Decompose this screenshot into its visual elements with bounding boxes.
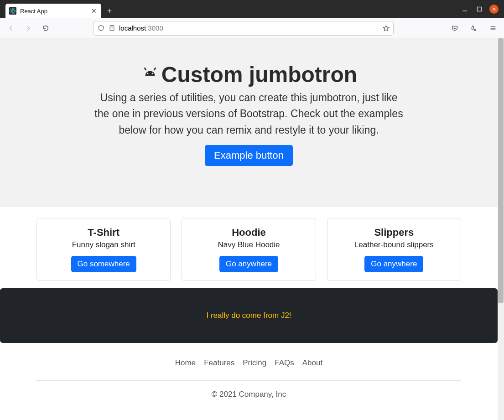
window-close-button[interactable]: ✕: [488, 3, 500, 16]
card-slippers: Slippers Leather-bound slippers Go anywh…: [327, 218, 461, 281]
pocket-icon[interactable]: [448, 22, 461, 35]
tab-title: React App: [20, 8, 87, 15]
card-title: Hoodie: [187, 227, 311, 239]
android-icon: [140, 63, 160, 87]
card-tshirt: T-Shirt Funny slogan shirt Go somewhere: [36, 218, 171, 281]
card-desc: Funny slogan shirt: [42, 240, 166, 249]
footprint-icon[interactable]: [468, 22, 480, 35]
card-title: T-Shirt: [42, 227, 166, 239]
url-text: localhost:3000: [119, 24, 379, 32]
browser-toolbar: localhost:3000: [0, 18, 504, 38]
svg-point-1: [12, 10, 14, 12]
jumbotron-lead: Using a series of utilities, you can cre…: [94, 90, 404, 139]
jumbotron-title: Custom jumbotron: [0, 63, 498, 87]
footer-link-pricing[interactable]: Pricing: [243, 358, 266, 368]
footer-link-faqs[interactable]: FAQs: [275, 358, 294, 368]
card-hoodie: Hoodie Navy Blue Hoodie Go anywhere: [182, 218, 316, 281]
jumbotron-title-text: Custom jumbotron: [161, 63, 357, 87]
card-button[interactable]: Go somewhere: [71, 256, 136, 272]
footer-link-about[interactable]: About: [302, 358, 322, 368]
page-viewport: Custom jumbotron Using a series of utili…: [0, 38, 498, 420]
bookmark-star-icon[interactable]: [382, 25, 390, 32]
svg-rect-6: [478, 7, 482, 11]
dark-banner: I really do come from J2!: [0, 288, 498, 343]
footer-link-features[interactable]: Features: [204, 358, 234, 368]
jumbotron: Custom jumbotron Using a series of utili…: [0, 38, 498, 207]
svg-point-15: [147, 73, 148, 74]
card-title: Slippers: [332, 227, 456, 239]
nav-forward-icon[interactable]: [22, 22, 35, 35]
new-tab-button[interactable]: +: [103, 5, 116, 17]
browser-tab[interactable]: React App ✕: [5, 4, 101, 18]
scrollbar-thumb[interactable]: [498, 38, 504, 303]
svg-point-16: [151, 73, 153, 74]
react-favicon-icon: [9, 7, 16, 15]
card-desc: Navy Blue Hoodie: [187, 240, 311, 249]
svg-point-11: [474, 29, 476, 31]
address-bar[interactable]: localhost:3000: [93, 21, 394, 36]
browser-titlebar: React App ✕ + ✕: [0, 0, 504, 18]
close-icon: ✕: [489, 5, 499, 14]
shield-icon[interactable]: [97, 25, 104, 32]
svg-line-18: [154, 68, 156, 70]
window-maximize-icon[interactable]: [473, 3, 486, 16]
footer-copyright: © 2021 Company, Inc: [0, 381, 498, 408]
footer: Home Features Pricing FAQs About © 2021 …: [0, 343, 498, 408]
card-button[interactable]: Go anywhere: [364, 256, 423, 272]
nav-back-icon[interactable]: [5, 22, 17, 35]
nav-reload-icon[interactable]: [39, 22, 52, 35]
footer-links: Home Features Pricing FAQs About: [36, 358, 461, 381]
app-menu-icon[interactable]: [487, 22, 499, 35]
page-info-icon[interactable]: [108, 25, 115, 32]
banner-text: I really do come from J2!: [206, 311, 291, 320]
vertical-scrollbar[interactable]: [498, 38, 504, 420]
window-minimize-icon[interactable]: [458, 3, 471, 16]
svg-marker-10: [383, 26, 389, 31]
example-button[interactable]: Example button: [205, 145, 293, 166]
svg-line-17: [145, 68, 146, 70]
cards-row: T-Shirt Funny slogan shirt Go somewhere …: [0, 207, 498, 281]
card-button[interactable]: Go anywhere: [219, 256, 278, 272]
tab-close-icon[interactable]: ✕: [90, 7, 98, 15]
footer-link-home[interactable]: Home: [175, 358, 196, 368]
card-desc: Leather-bound slippers: [332, 240, 456, 249]
